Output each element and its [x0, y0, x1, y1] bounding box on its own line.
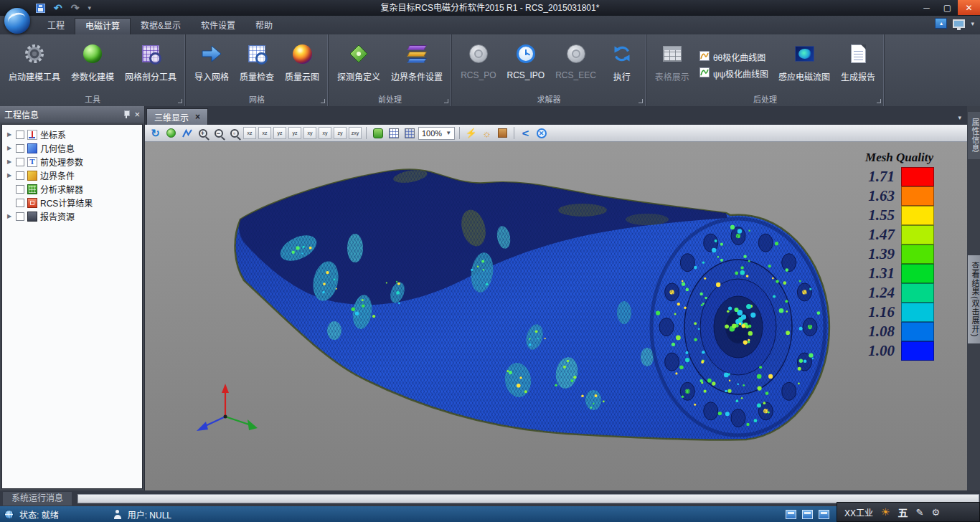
- tab-software-settings[interactable]: 软件设置: [191, 18, 245, 34]
- window-title: 复杂目标RCS电磁分析软件2015 R1 - RCS_2015031801*: [0, 0, 980, 16]
- gray-ring-icon: [567, 39, 585, 69]
- expand-arrow-icon[interactable]: ▶: [6, 213, 13, 219]
- psi-polarization-curve-button[interactable]: ψψ极化曲线图: [699, 67, 768, 80]
- pin-icon[interactable]: [123, 110, 130, 119]
- wireframe-grid-icon[interactable]: [387, 126, 400, 140]
- application-logo[interactable]: [4, 8, 30, 34]
- tab-project[interactable]: 工程: [37, 18, 75, 34]
- tab-em-computation[interactable]: 电磁计算: [75, 18, 131, 34]
- checkbox[interactable]: [16, 144, 24, 153]
- ime-logo-icon[interactable]: ☀: [881, 506, 890, 518]
- zoom-out-icon[interactable]: −: [212, 126, 225, 140]
- tray-window-icon[interactable]: [786, 510, 796, 519]
- quick-access-dropdown-icon[interactable]: ▾: [88, 4, 91, 11]
- import-mesh-button[interactable]: 导入网格: [189, 37, 234, 94]
- tree-item-boundary-conditions[interactable]: ▶ 边界条件: [2, 169, 142, 182]
- mesh-grid-icon[interactable]: [402, 126, 416, 140]
- checkbox[interactable]: [16, 130, 24, 139]
- flash-render-icon[interactable]: ⚡: [464, 126, 478, 140]
- rcs-ipo-button[interactable]: RCS_IPO: [501, 37, 550, 94]
- tree-item-coordinate-system[interactable]: ▶ 坐标系: [2, 128, 142, 141]
- window-controls: ─ ▢ ✕: [916, 0, 980, 16]
- tab-data-display[interactable]: 数据&显示: [131, 18, 191, 34]
- orbit-rotate-icon[interactable]: ↻: [149, 126, 162, 140]
- probe-angle-define-button[interactable]: 探测角定义: [332, 37, 385, 94]
- bottom-band: 系统运行消息: [0, 490, 980, 506]
- launch-modeling-tools-button[interactable]: 启动建模工具: [4, 37, 65, 94]
- expand-arrow-icon[interactable]: ▶: [6, 158, 13, 165]
- save-icon[interactable]: [36, 4, 45, 13]
- checkbox[interactable]: [16, 199, 24, 207]
- view-results-vertical-tab[interactable]: 查看结果(双击展开): [968, 255, 980, 343]
- corner-dropdown-icon[interactable]: ▾: [971, 20, 974, 27]
- view-orientation-button[interactable]: yz: [288, 127, 301, 139]
- checkbox[interactable]: [16, 212, 24, 221]
- light-icon[interactable]: ☼: [480, 126, 494, 140]
- view-orientation-button[interactable]: yz: [273, 127, 286, 139]
- view-orientation-button[interactable]: xy: [303, 127, 316, 139]
- pen-icon[interactable]: ✎: [916, 507, 924, 518]
- tree-item-analysis-solver[interactable]: 分析求解器: [2, 182, 142, 196]
- view-orientation-button[interactable]: xz: [243, 127, 256, 139]
- display-icon[interactable]: [953, 19, 965, 28]
- polyline-measure-icon[interactable]: [180, 126, 194, 140]
- system-messages-tab[interactable]: 系统运行消息: [3, 492, 72, 506]
- expand-arrow-icon[interactable]: ▶: [6, 172, 13, 179]
- project-panel-header: 工程信息 ×: [0, 106, 144, 123]
- close-button[interactable]: ✕: [958, 0, 980, 15]
- generate-report-button[interactable]: 生成报告: [836, 37, 880, 94]
- tray-window-icon[interactable]: [819, 510, 829, 519]
- property-info-vertical-tab[interactable]: 属性信息: [968, 112, 980, 159]
- induced-current-map-button[interactable]: 感应电磁流图: [773, 37, 835, 94]
- view-orientation-button[interactable]: xy: [319, 127, 331, 139]
- view-orientation-button[interactable]: xz: [258, 127, 271, 139]
- share-export-icon[interactable]: <: [517, 126, 534, 140]
- rcs-eec-button[interactable]: RCS_EEC: [550, 37, 601, 94]
- close-tab-icon[interactable]: ×: [195, 112, 200, 122]
- tree-item-rcs-results[interactable]: RCS计算结果: [2, 196, 142, 209]
- boundary-condition-settings-button[interactable]: 边界条件设置: [386, 37, 448, 94]
- close-panel-icon[interactable]: ×: [134, 110, 140, 119]
- undo-icon[interactable]: ↶: [54, 2, 62, 14]
- rcs-po-button[interactable]: RCS_PO: [456, 37, 501, 94]
- table-display-button[interactable]: 表格展示: [650, 37, 694, 94]
- cancel-view-icon[interactable]: ✕: [534, 126, 548, 140]
- theta-polarization-curve-button[interactable]: θθ极化曲线图: [699, 51, 768, 64]
- tree-item-preprocess-params[interactable]: ▶ 前处理参数: [2, 155, 142, 169]
- shaded-green-icon[interactable]: [371, 126, 385, 140]
- tab-3d-display[interactable]: 三维显示 ×: [146, 108, 208, 125]
- tab-list-dropdown-icon[interactable]: ▾: [958, 114, 961, 121]
- zoom-level-select[interactable]: 100% ▼: [418, 127, 455, 140]
- tree-item-report-resources[interactable]: ▶ 报告资源: [2, 209, 142, 223]
- parametric-modeling-button[interactable]: 参数化建模: [66, 37, 119, 94]
- checkbox[interactable]: [16, 185, 24, 194]
- quality-check-button[interactable]: 质量检查: [235, 37, 279, 94]
- tray-window-icon[interactable]: [802, 510, 813, 519]
- tree-item-geometry-info[interactable]: ▶ 几何信息: [2, 141, 142, 155]
- ime-settings-gear-icon[interactable]: ⚙: [931, 507, 940, 518]
- expand-arrow-icon[interactable]: ▶: [6, 131, 13, 138]
- maximize-button[interactable]: ▢: [937, 0, 958, 15]
- shaded-mode-icon[interactable]: [164, 126, 178, 140]
- tab-help[interactable]: 帮助: [245, 18, 283, 34]
- legend-value: 1.31: [868, 265, 895, 283]
- mesh-partition-tools-button[interactable]: 网格剖分工具: [120, 37, 182, 94]
- redo-icon[interactable]: ↷: [71, 2, 80, 14]
- zoom-in-icon[interactable]: +: [196, 126, 209, 140]
- zoom-window-icon[interactable]: ▫: [227, 126, 241, 140]
- 3d-viewport[interactable]: Mesh Quality 1.71 1.63 1.55 1.47 1.39 1.…: [145, 142, 967, 490]
- view-orientation-button[interactable]: zy: [334, 127, 347, 139]
- ime-mode-indicator[interactable]: 五: [898, 505, 908, 519]
- view-orientation-button[interactable]: zxy: [349, 127, 362, 139]
- quality-cloud-map-button[interactable]: 质量云图: [280, 37, 324, 94]
- checkbox[interactable]: [16, 171, 24, 180]
- expand-arrow-icon[interactable]: ▶: [6, 145, 13, 151]
- group-label-postprocess: 后处理: [646, 94, 884, 106]
- minimize-ribbon-icon[interactable]: ▴: [935, 18, 947, 29]
- titlebar: 复杂目标RCS电磁分析软件2015 R1 - RCS_2015031801* ↶…: [0, 0, 980, 16]
- minimize-button[interactable]: ─: [916, 0, 937, 15]
- material-box-icon[interactable]: [496, 126, 509, 140]
- execute-button[interactable]: 执行: [602, 37, 642, 94]
- checkbox[interactable]: [16, 158, 24, 166]
- status-label: 状态: 就绪: [19, 508, 59, 521]
